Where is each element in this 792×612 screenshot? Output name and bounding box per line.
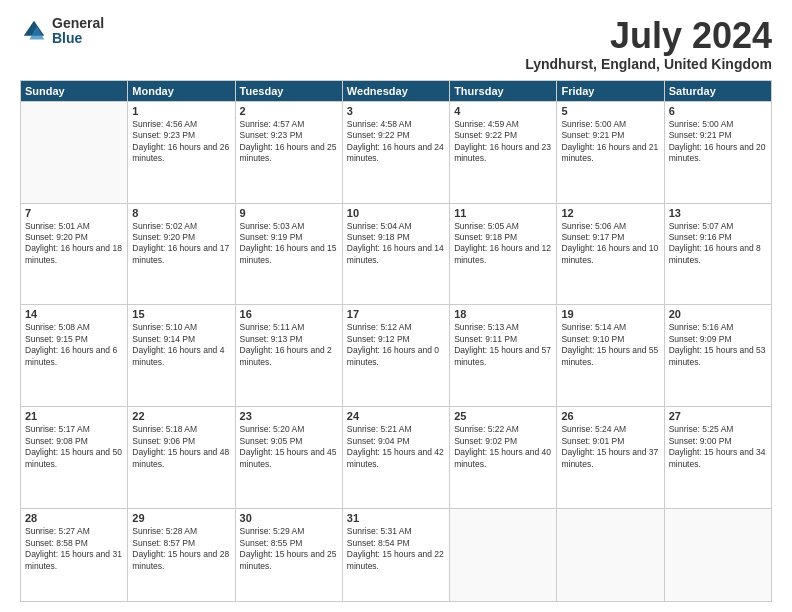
calendar-cell [664, 509, 771, 602]
calendar-cell: 10Sunrise: 5:04 AMSunset: 9:18 PMDayligh… [342, 203, 449, 305]
day-detail: Sunrise: 5:12 AMSunset: 9:12 PMDaylight:… [347, 322, 439, 366]
week-row-4: 21Sunrise: 5:17 AMSunset: 9:08 PMDayligh… [21, 407, 772, 509]
day-number: 17 [347, 308, 445, 320]
calendar-cell: 15Sunrise: 5:10 AMSunset: 9:14 PMDayligh… [128, 305, 235, 407]
day-detail: Sunrise: 5:28 AMSunset: 8:57 PMDaylight:… [132, 526, 229, 570]
weekday-header-saturday: Saturday [664, 80, 771, 101]
calendar-cell: 5Sunrise: 5:00 AMSunset: 9:21 PMDaylight… [557, 101, 664, 203]
day-detail: Sunrise: 5:02 AMSunset: 9:20 PMDaylight:… [132, 221, 229, 265]
calendar-cell: 14Sunrise: 5:08 AMSunset: 9:15 PMDayligh… [21, 305, 128, 407]
calendar-cell: 19Sunrise: 5:14 AMSunset: 9:10 PMDayligh… [557, 305, 664, 407]
day-detail: Sunrise: 5:25 AMSunset: 9:00 PMDaylight:… [669, 424, 766, 468]
week-row-3: 14Sunrise: 5:08 AMSunset: 9:15 PMDayligh… [21, 305, 772, 407]
day-number: 8 [132, 207, 230, 219]
day-detail: Sunrise: 5:01 AMSunset: 9:20 PMDaylight:… [25, 221, 122, 265]
logo-icon [20, 17, 48, 45]
day-number: 15 [132, 308, 230, 320]
calendar-cell: 2Sunrise: 4:57 AMSunset: 9:23 PMDaylight… [235, 101, 342, 203]
day-number: 6 [669, 105, 767, 117]
calendar-cell: 21Sunrise: 5:17 AMSunset: 9:08 PMDayligh… [21, 407, 128, 509]
calendar-table: SundayMondayTuesdayWednesdayThursdayFrid… [20, 80, 772, 602]
day-detail: Sunrise: 5:22 AMSunset: 9:02 PMDaylight:… [454, 424, 551, 468]
calendar-cell: 18Sunrise: 5:13 AMSunset: 9:11 PMDayligh… [450, 305, 557, 407]
day-number: 13 [669, 207, 767, 219]
day-detail: Sunrise: 5:06 AMSunset: 9:17 PMDaylight:… [561, 221, 658, 265]
calendar-cell: 9Sunrise: 5:03 AMSunset: 9:19 PMDaylight… [235, 203, 342, 305]
day-number: 20 [669, 308, 767, 320]
day-number: 30 [240, 512, 338, 524]
weekday-header-wednesday: Wednesday [342, 80, 449, 101]
calendar-cell: 8Sunrise: 5:02 AMSunset: 9:20 PMDaylight… [128, 203, 235, 305]
day-detail: Sunrise: 5:00 AMSunset: 9:21 PMDaylight:… [561, 119, 658, 163]
calendar-cell: 28Sunrise: 5:27 AMSunset: 8:58 PMDayligh… [21, 509, 128, 602]
day-detail: Sunrise: 5:10 AMSunset: 9:14 PMDaylight:… [132, 322, 224, 366]
day-detail: Sunrise: 5:11 AMSunset: 9:13 PMDaylight:… [240, 322, 332, 366]
calendar-cell: 20Sunrise: 5:16 AMSunset: 9:09 PMDayligh… [664, 305, 771, 407]
day-number: 2 [240, 105, 338, 117]
calendar-cell: 25Sunrise: 5:22 AMSunset: 9:02 PMDayligh… [450, 407, 557, 509]
day-detail: Sunrise: 5:20 AMSunset: 9:05 PMDaylight:… [240, 424, 337, 468]
calendar-cell: 3Sunrise: 4:58 AMSunset: 9:22 PMDaylight… [342, 101, 449, 203]
day-detail: Sunrise: 4:57 AMSunset: 9:23 PMDaylight:… [240, 119, 337, 163]
day-number: 21 [25, 410, 123, 422]
day-number: 26 [561, 410, 659, 422]
day-number: 23 [240, 410, 338, 422]
calendar-cell: 24Sunrise: 5:21 AMSunset: 9:04 PMDayligh… [342, 407, 449, 509]
day-detail: Sunrise: 5:31 AMSunset: 8:54 PMDaylight:… [347, 526, 444, 570]
day-detail: Sunrise: 5:05 AMSunset: 9:18 PMDaylight:… [454, 221, 551, 265]
weekday-header-thursday: Thursday [450, 80, 557, 101]
subtitle: Lyndhurst, England, United Kingdom [525, 56, 772, 72]
header: General Blue July 2024 Lyndhurst, Englan… [20, 16, 772, 72]
page: General Blue July 2024 Lyndhurst, Englan… [0, 0, 792, 612]
day-number: 3 [347, 105, 445, 117]
calendar-cell: 22Sunrise: 5:18 AMSunset: 9:06 PMDayligh… [128, 407, 235, 509]
logo-general: General [52, 16, 104, 31]
day-number: 14 [25, 308, 123, 320]
day-number: 28 [25, 512, 123, 524]
day-detail: Sunrise: 5:21 AMSunset: 9:04 PMDaylight:… [347, 424, 444, 468]
calendar-cell [21, 101, 128, 203]
calendar-cell: 13Sunrise: 5:07 AMSunset: 9:16 PMDayligh… [664, 203, 771, 305]
calendar-cell: 17Sunrise: 5:12 AMSunset: 9:12 PMDayligh… [342, 305, 449, 407]
day-number: 9 [240, 207, 338, 219]
title-section: July 2024 Lyndhurst, England, United Kin… [525, 16, 772, 72]
week-row-2: 7Sunrise: 5:01 AMSunset: 9:20 PMDaylight… [21, 203, 772, 305]
day-number: 11 [454, 207, 552, 219]
day-detail: Sunrise: 5:00 AMSunset: 9:21 PMDaylight:… [669, 119, 766, 163]
day-detail: Sunrise: 5:04 AMSunset: 9:18 PMDaylight:… [347, 221, 444, 265]
calendar-cell: 23Sunrise: 5:20 AMSunset: 9:05 PMDayligh… [235, 407, 342, 509]
logo-blue: Blue [52, 31, 104, 46]
calendar-cell: 31Sunrise: 5:31 AMSunset: 8:54 PMDayligh… [342, 509, 449, 602]
day-detail: Sunrise: 5:13 AMSunset: 9:11 PMDaylight:… [454, 322, 551, 366]
day-detail: Sunrise: 5:24 AMSunset: 9:01 PMDaylight:… [561, 424, 658, 468]
calendar-cell: 1Sunrise: 4:56 AMSunset: 9:23 PMDaylight… [128, 101, 235, 203]
calendar-cell: 30Sunrise: 5:29 AMSunset: 8:55 PMDayligh… [235, 509, 342, 602]
day-number: 18 [454, 308, 552, 320]
day-number: 24 [347, 410, 445, 422]
calendar-cell: 12Sunrise: 5:06 AMSunset: 9:17 PMDayligh… [557, 203, 664, 305]
day-detail: Sunrise: 5:03 AMSunset: 9:19 PMDaylight:… [240, 221, 337, 265]
day-number: 10 [347, 207, 445, 219]
day-detail: Sunrise: 4:59 AMSunset: 9:22 PMDaylight:… [454, 119, 551, 163]
weekday-header-monday: Monday [128, 80, 235, 101]
calendar-cell: 11Sunrise: 5:05 AMSunset: 9:18 PMDayligh… [450, 203, 557, 305]
day-number: 4 [454, 105, 552, 117]
day-number: 5 [561, 105, 659, 117]
day-detail: Sunrise: 4:56 AMSunset: 9:23 PMDaylight:… [132, 119, 229, 163]
day-detail: Sunrise: 5:08 AMSunset: 9:15 PMDaylight:… [25, 322, 117, 366]
day-number: 27 [669, 410, 767, 422]
weekday-header-friday: Friday [557, 80, 664, 101]
week-row-1: 1Sunrise: 4:56 AMSunset: 9:23 PMDaylight… [21, 101, 772, 203]
logo: General Blue [20, 16, 104, 47]
day-detail: Sunrise: 4:58 AMSunset: 9:22 PMDaylight:… [347, 119, 444, 163]
day-number: 7 [25, 207, 123, 219]
day-detail: Sunrise: 5:27 AMSunset: 8:58 PMDaylight:… [25, 526, 122, 570]
logo-text: General Blue [52, 16, 104, 47]
day-number: 31 [347, 512, 445, 524]
day-detail: Sunrise: 5:29 AMSunset: 8:55 PMDaylight:… [240, 526, 337, 570]
week-row-5: 28Sunrise: 5:27 AMSunset: 8:58 PMDayligh… [21, 509, 772, 602]
calendar-cell [450, 509, 557, 602]
weekday-header-sunday: Sunday [21, 80, 128, 101]
day-number: 1 [132, 105, 230, 117]
day-number: 19 [561, 308, 659, 320]
